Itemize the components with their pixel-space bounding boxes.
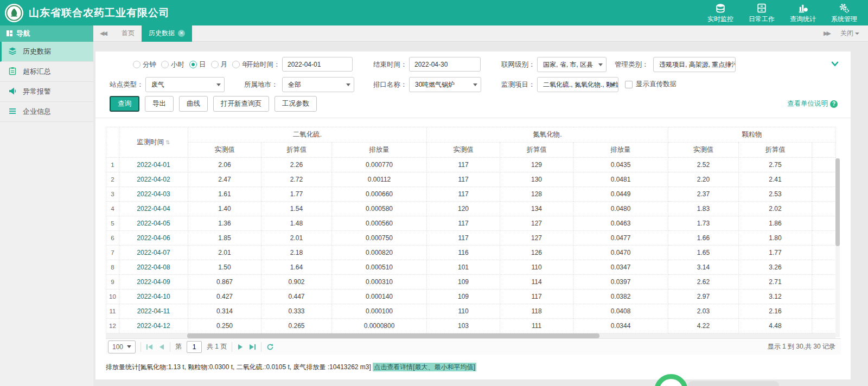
table-row: 92022-04-090.8670.9020.0003101091140.039… [106, 275, 836, 290]
nav-daily-work[interactable]: 日常工作 [749, 3, 775, 22]
date-cell[interactable]: 2022-04-09 [119, 275, 188, 290]
value-cell: 0.000510 [332, 260, 427, 275]
data-table-zone: 监测时间⇅ 二氧化硫. 氮氧化物. 颗粒物 实测值 折算值 排放量 实测值 折算… [106, 127, 840, 333]
last-page-button[interactable] [248, 344, 256, 350]
date-cell[interactable]: 2022-04-12 [119, 319, 188, 333]
date-cell[interactable]: 2022-04-04 [119, 202, 188, 216]
start-time-input[interactable] [282, 57, 353, 72]
date-cell[interactable]: 2022-04-02 [119, 172, 188, 187]
table-row: 52022-04-051.361.480.0005601171270.04631… [106, 216, 836, 231]
direct-data-checkbox[interactable]: 显示直传数据 [625, 80, 676, 89]
nox-group-header: 氮氧化物. [427, 127, 668, 143]
row-index: 11 [106, 304, 119, 319]
period-radio-day[interactable]: 日 [189, 60, 206, 69]
condition-params-button[interactable]: 工况参数 [275, 96, 317, 112]
value-cell: 1.77 [739, 246, 812, 260]
top-nav: 实时监控 日常工作 查询统计 [707, 3, 857, 22]
date-cell[interactable]: 2022-04-06 [119, 231, 188, 246]
value-cell: 0.0382 [573, 290, 668, 304]
stats-detail-link[interactable]: 点击查看详情[最大、最小和平均值] [373, 363, 476, 371]
value-cell: 0.000770 [332, 158, 427, 172]
chevron-down-icon [727, 63, 732, 66]
end-time-input[interactable] [409, 57, 481, 72]
value-cell: 0.0397 [573, 275, 668, 290]
value-cell: 134 [500, 202, 573, 216]
date-cell[interactable]: 2022-04-11 [119, 304, 188, 319]
records-summary: 显示 1 到 30,共 30 记录 [768, 342, 835, 351]
nav-query-statistics[interactable]: 查询统计 [790, 3, 816, 22]
site-type-select[interactable]: 废气 [145, 77, 225, 92]
value-cell: 114 [500, 275, 573, 290]
monitor-item-select[interactable]: 二氧化硫., 氮氧化物., 颗粒 [537, 77, 618, 92]
value-cell: 110 [500, 260, 573, 275]
first-page-button[interactable] [146, 344, 154, 350]
value-cell: 2.02 [739, 202, 812, 216]
date-cell[interactable]: 2022-04-01 [119, 158, 188, 172]
manage-category-select[interactable]: 违规项目, 高架源, 重点排污 [653, 57, 736, 72]
gears-icon [839, 3, 849, 14]
date-cell[interactable]: 2022-04-08 [119, 260, 188, 275]
table-row: 12022-04-012.062.260.0007701171290.04352… [106, 158, 836, 172]
floating-toolbar [688, 381, 779, 386]
tabs-scroll-left-icon[interactable]: ◀◀ [100, 30, 106, 37]
nav-system-management[interactable]: 系统管理 [831, 3, 857, 22]
curve-button[interactable]: 曲线 [179, 96, 208, 112]
value-cell: 0.000140 [332, 290, 427, 304]
tabs-scroll-right-icon[interactable]: ▶▶ [824, 30, 829, 37]
chevron-down-icon [346, 83, 350, 86]
value-cell: 2.20 [668, 172, 739, 187]
city-select[interactable]: 全部 [282, 77, 354, 92]
value-cell: 1.61 [188, 187, 261, 202]
vertical-scrollbar-thumb[interactable] [835, 158, 840, 246]
next-page-button[interactable] [237, 344, 244, 350]
horizontal-scrollbar-thumb[interactable] [187, 333, 599, 338]
prev-page-button[interactable] [158, 344, 165, 350]
so2-emission-header: 排放量 [332, 143, 427, 158]
nav-realtime-monitor[interactable]: 实时监控 [707, 3, 733, 22]
sidebar-item-exceedance-summary[interactable]: 超标汇总 [0, 62, 93, 82]
value-cell: 101 [427, 260, 500, 275]
value-cell: 2.06 [188, 158, 261, 172]
period-radio-hour[interactable]: 小时 [161, 60, 184, 69]
value-cell: 0.00112 [332, 172, 427, 187]
nox-emission-header: 排放量 [573, 143, 668, 158]
new-query-page-button[interactable]: 打开新查询页 [213, 96, 269, 112]
tab-close-icon[interactable]: ✕ [178, 30, 185, 37]
refresh-button[interactable] [266, 343, 274, 351]
tab-home[interactable]: 首页 [114, 25, 142, 42]
value-cell: 4.48 [739, 319, 812, 333]
sidebar-item-abnormal-alarm[interactable]: 异常报警 [0, 82, 93, 102]
value-cell: 0.427 [188, 290, 261, 304]
sidebar-item-history-data[interactable]: 历史数据 [0, 42, 93, 62]
date-cell[interactable]: 2022-04-05 [119, 216, 188, 231]
unit-description-link[interactable]: 查看单位说明 ? [787, 99, 838, 108]
vertical-scrollbar[interactable] [835, 158, 840, 337]
period-radio-minute[interactable]: 分钟 [133, 60, 156, 69]
date-cell[interactable]: 2022-04-10 [119, 290, 188, 304]
close-tabs-menu[interactable]: 关闭 [840, 29, 859, 38]
clipboard-icon [8, 67, 17, 77]
export-button[interactable]: 导出 [145, 96, 174, 112]
value-cell: 2.01 [261, 231, 332, 246]
value-cell: 2.97 [668, 290, 739, 304]
page-number-input[interactable] [187, 341, 202, 353]
query-button[interactable]: 查询 [110, 96, 139, 112]
time-column-header[interactable]: 监测时间⇅ [119, 127, 188, 158]
sidebar-header: 导航 [0, 25, 93, 42]
page-size-select[interactable]: 100 [108, 340, 136, 353]
horizontal-scrollbar[interactable] [106, 333, 835, 338]
row-index: 4 [106, 202, 119, 216]
collapse-filters-icon[interactable] [831, 59, 839, 69]
period-radio-month[interactable]: 月 [211, 60, 228, 69]
date-cell[interactable]: 2022-04-03 [119, 187, 188, 202]
table-body: 12022-04-012.062.260.0007701171290.04352… [106, 158, 836, 333]
sidebar-item-enterprise-info[interactable]: 企业信息 [0, 102, 93, 122]
divider [261, 342, 261, 352]
value-cell [812, 260, 836, 275]
tab-history-data[interactable]: 历史数据 ✕ [142, 25, 192, 42]
network-level-select[interactable]: 国家, 省, 市, 区县 [537, 57, 607, 72]
outlet-name-select[interactable]: 30吨燃气锅炉 [409, 77, 481, 92]
value-cell: 0.265 [261, 319, 332, 333]
date-cell[interactable]: 2022-04-07 [119, 246, 188, 260]
nav-grid-icon [7, 30, 12, 38]
